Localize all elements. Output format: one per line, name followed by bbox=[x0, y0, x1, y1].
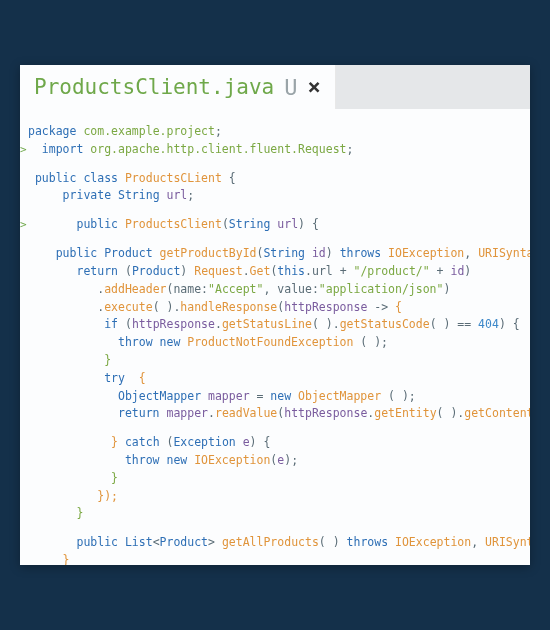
gutter-marker-icon: > bbox=[20, 141, 27, 158]
tab-filename: ProductsClient.java bbox=[34, 75, 274, 99]
code-line: .execute( ).handleResponse(httpResponse … bbox=[28, 299, 522, 317]
code-line: ObjectMapper mapper = new ObjectMapper (… bbox=[28, 388, 522, 406]
code-line: public Product getProductById(String id)… bbox=[28, 245, 522, 263]
code-line: throw new ProductNotFoundException ( ); bbox=[28, 334, 522, 352]
code-editor: ProductsClient.java U × package com.exam… bbox=[20, 65, 530, 565]
code-line: } catch (Exception e) { bbox=[28, 434, 522, 452]
code-line: public class ProductsCLient { bbox=[28, 170, 522, 188]
code-line: } bbox=[28, 470, 522, 488]
file-tab[interactable]: ProductsClient.java U × bbox=[20, 65, 336, 109]
gutter-marker-icon: > bbox=[20, 216, 27, 233]
code-line: private String url; bbox=[28, 187, 522, 205]
code-area[interactable]: package com.example.project; > import or… bbox=[20, 109, 530, 565]
code-line: return mapper.readValue(httpResponse.get… bbox=[28, 405, 522, 423]
code-line: return (Product) Request.Get(this.url + … bbox=[28, 263, 522, 281]
modified-indicator: U bbox=[284, 75, 297, 100]
blank-line bbox=[28, 423, 522, 434]
code-line: }); bbox=[28, 488, 522, 506]
blank-line bbox=[28, 159, 522, 170]
code-line: } bbox=[28, 352, 522, 370]
code-line: public List<Product> getAllProducts( ) t… bbox=[28, 534, 522, 552]
code-line: } bbox=[28, 552, 522, 565]
blank-line bbox=[28, 234, 522, 245]
tab-bar: ProductsClient.java U × bbox=[20, 65, 530, 109]
code-line: throw new IOException(e); bbox=[28, 452, 522, 470]
code-line: } bbox=[28, 505, 522, 523]
blank-line bbox=[28, 523, 522, 534]
code-line: .addHeader(name:"Accept", value:"applica… bbox=[28, 281, 522, 299]
code-line: > import org.apache.http.client.fluent.R… bbox=[28, 141, 522, 159]
code-line: > public ProductsClient(String url) { bbox=[28, 216, 522, 234]
blank-line bbox=[28, 205, 522, 216]
tab-bar-spacer bbox=[336, 65, 530, 109]
close-icon[interactable]: × bbox=[307, 76, 320, 98]
code-line: package com.example.project; bbox=[28, 123, 522, 141]
code-line: try { bbox=[28, 370, 522, 388]
code-line: if (httpResponse.getStatusLine( ).getSta… bbox=[28, 316, 522, 334]
